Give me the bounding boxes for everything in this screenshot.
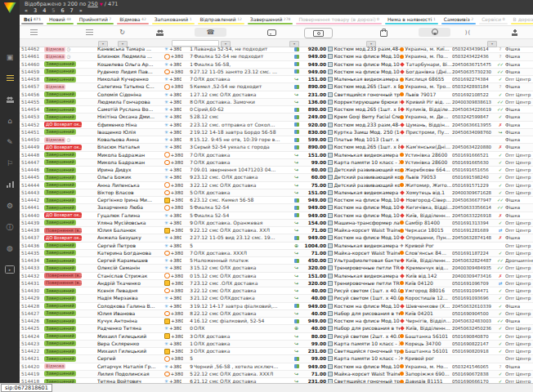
order-product[interactable]: Набор для рисования в темнот… — [328, 325, 400, 332]
order-row[interactable]: 514457ВідмоваСалегина Татьяна С…+3805Кем… — [20, 83, 533, 91]
order-product[interactable]: Маленькая видеокамера SQ8 *… — [328, 189, 400, 196]
order-status[interactable]: ДО Возврат ок… — [44, 145, 85, 150]
delivery-address[interactable]: Шевченкове (Х… — [400, 303, 452, 310]
client-contact[interactable]: ✳+3802 — [164, 129, 194, 136]
tracking-number[interactable]: 20450634220880 — [452, 144, 495, 150]
client-contact[interactable]: ✳+3803 — [164, 295, 194, 301]
tracking-number[interactable]: 0503243422436 — [452, 53, 495, 60]
order-status[interactable]: Відмова◷ — [44, 46, 85, 52]
order-status[interactable]: Завершений — [44, 310, 85, 316]
order-status[interactable]: Завершений — [44, 356, 85, 362]
client-name[interactable]: Кошелева Ольга Ар… — [97, 61, 164, 68]
client-name[interactable]: Самотій Руслана Во… — [97, 106, 164, 113]
client-name[interactable]: Сергієнко Ірина Ми… — [97, 197, 164, 203]
order-row[interactable]: 514437ДО Возврат ок…Анжела Безушку✳+3802… — [20, 234, 533, 242]
tracking-number[interactable]: 0501691598240 — [452, 174, 495, 180]
order-row[interactable]: 514433ЗавершенийОлексій Семанін✳+380315.… — [20, 265, 533, 272]
shown-end-link[interactable]: 250 — [87, 1, 97, 7]
page-size-dropdown-icon[interactable]: ▼ — [100, 2, 103, 7]
client-name[interactable]: Сергей Петров — [97, 243, 164, 249]
order-status[interactable]: Завершений — [44, 77, 85, 82]
tracking-number[interactable]: 20400309671628 — [452, 189, 495, 196]
order-status[interactable]: Завершений — [44, 99, 85, 105]
order-row[interactable]: 514424ЗавершенийМихаил Гилецький+3803ОЛХ… — [20, 333, 533, 341]
order-row[interactable]: 514438Повернення (в…Юлия Баланюк+380922.… — [20, 227, 533, 234]
order-status[interactable]: Завершений — [44, 167, 85, 173]
delivery-address[interactable]: Кривий Ріг від. … — [400, 99, 452, 105]
order-status[interactable]: Завершений — [44, 265, 85, 271]
tab-Відправлений[interactable]: Відправлений12 — [196, 15, 246, 25]
client-contact[interactable]: +3805 — [164, 83, 194, 90]
client-contact[interactable]: ✳+3808 — [164, 136, 194, 143]
order-product[interactable]: Тренировочные петли TRX Train… — [328, 280, 400, 287]
client-contact[interactable]: +3809 — [164, 227, 194, 234]
tracking-number[interactable]: 20400309484935 — [452, 265, 495, 271]
tab-Новий[interactable]: Новий48 — [45, 15, 75, 25]
client-name[interactable]: Іващенко Юлія — [97, 129, 164, 136]
delivery-address[interactable]: Коростишів 12… — [400, 295, 452, 301]
tracking-number[interactable]: 20400309473416 — [452, 273, 495, 279]
client-contact[interactable]: ✳+3800 — [164, 325, 194, 332]
client-contact[interactable]: ✳+3805 — [164, 243, 194, 249]
order-status[interactable]: Завершений — [44, 205, 85, 211]
client-contact[interactable]: ✳+3807 — [164, 76, 194, 82]
order-status[interactable]: Завершений — [44, 159, 85, 165]
order-status[interactable]: Відмова — [44, 363, 85, 369]
order-product[interactable]: Костюм на флисе Мод.1014 (1ш… — [328, 234, 400, 241]
tracking-number[interactable]: 0503242893184 — [452, 83, 495, 90]
order-product[interactable]: Куртка Замш Мод. 250 (1шт. х 8… — [328, 129, 400, 136]
order-status[interactable]: Завершений — [44, 198, 85, 203]
delivery-address[interactable]: Львів 79017 — [400, 91, 452, 98]
order-product[interactable]: Светящийся гоночный трек Ma… — [328, 91, 400, 98]
order-product[interactable]: Рисуй светом (1шт. х 40.00 = 40… — [328, 295, 400, 301]
client-name[interactable]: Каневська Тамара … — [97, 46, 164, 52]
client-name[interactable]: Єфименко Ніна — [97, 122, 164, 128]
delivery-address[interactable]: Новгород-Сівер… — [400, 197, 452, 203]
order-product[interactable]: Маленькая видеокамера SQ8 *… — [328, 76, 400, 82]
order-row[interactable]: 514454ЗавершенийСамотій Руслана Во…✳+380… — [20, 106, 533, 114]
order-product[interactable]: Костюм на флисе Мод.1014 (1ш… — [328, 318, 400, 324]
client-contact[interactable]: +3807 — [164, 250, 194, 256]
client-name[interactable]: Ситарчук Наталія Гр… — [97, 363, 164, 370]
client-contact[interactable]: +3803 — [164, 348, 194, 354]
order-product[interactable]: Детский развивающий констру… — [328, 182, 400, 189]
client-contact[interactable]: +3807 — [164, 152, 194, 158]
tracking-number[interactable]: 0501691666521 — [452, 152, 495, 158]
page-button-5[interactable]: 5 — [52, 7, 55, 14]
order-status[interactable]: ДО Возврат ок… — [44, 212, 85, 218]
client-contact[interactable]: +3807 — [164, 53, 194, 60]
client-name[interactable]: Лилия Подолинская — [97, 371, 164, 377]
order-status[interactable]: Завершений — [44, 175, 85, 180]
client-contact[interactable]: ✳+3803 — [164, 144, 194, 150]
order-row[interactable]: 514458ЗавершенийНиколай Кучеренко✳+3807О… — [20, 76, 533, 83]
client-contact[interactable]: ✳+3800 — [164, 106, 194, 113]
order-status[interactable]: Завершений — [44, 182, 85, 188]
order-row[interactable]: 514443ЗавершенийВіктор Власов+3805ОЛХ до… — [20, 189, 533, 197]
tracking-number[interactable]: 0503242599847 — [452, 114, 495, 120]
order-row[interactable]: 514461Відмова◷Близнюк Людмила …+3807Фиал… — [20, 53, 533, 60]
order-row[interactable]: 514459ЗавершенийРуденко Лидия Пав…+38092… — [20, 69, 533, 76]
client-name[interactable]: Власюк Наталья — [97, 144, 164, 150]
tracking-number[interactable]: 0501690904500 — [452, 310, 495, 317]
order-row[interactable]: 514448ЗавершенийМикола Бадражан+3807ОЛХ … — [20, 152, 533, 159]
order-product[interactable]: Маленькая видеокамера SQ8 *… — [328, 243, 400, 249]
client-contact[interactable]: ✳+3801 — [164, 46, 194, 52]
tracking-number[interactable]: 20450632610339 — [452, 303, 495, 310]
order-status[interactable]: Повернення (в… — [44, 273, 85, 278]
client-column-icon[interactable] — [155, 28, 164, 37]
dashboard-icon[interactable]: ▣ — [5, 52, 15, 61]
tab-Прийнятий[interactable]: Прийнятий7 — [75, 15, 115, 25]
page-last-button[interactable]: » — [79, 7, 83, 14]
client-contact[interactable]: +3809 — [164, 69, 194, 75]
order-status[interactable]: Завершений — [44, 318, 85, 324]
order-row[interactable]: 514456ЗавершенийСоломія Сідоніна✳+380127… — [20, 91, 533, 99]
order-row[interactable]: 514447ЗавершенийМикола Бадражан+3807ОЛХ … — [20, 159, 533, 167]
money-column-icon[interactable] — [304, 28, 333, 38]
tab-Запакований[interactable]: Запакований1 — [150, 15, 196, 25]
page-first-button[interactable]: « — [25, 7, 28, 14]
client-name[interactable]: Анжела Безушку — [97, 234, 164, 241]
phone-column-icon[interactable]: ☎ — [195, 28, 226, 37]
order-status[interactable]: Завершений — [44, 114, 85, 120]
order-product[interactable]: Набор для рисования в темнот… — [328, 310, 400, 317]
order-product[interactable]: Крем Goqi Berry Facial Cream *3… — [328, 114, 400, 120]
